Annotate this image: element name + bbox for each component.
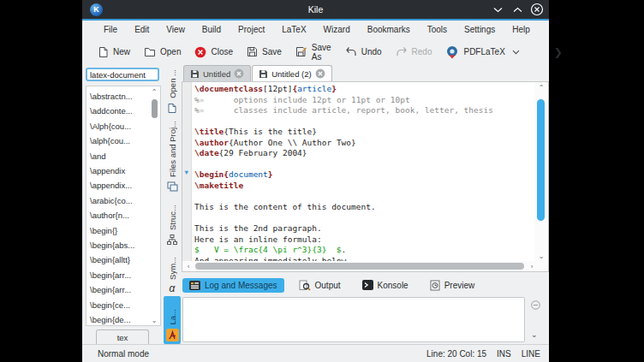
tab-save-icon [259,69,268,79]
code-line[interactable]: This is the content of this document. [194,202,534,213]
code-line[interactable]: \begin{document} [194,169,534,181]
save-button[interactable]: Save [247,46,282,57]
code-line[interactable] [194,191,534,202]
minimize-icon[interactable] [491,3,504,16]
scrollbar-thumb[interactable] [152,99,158,118]
menu-item-build[interactable]: Build [194,23,230,36]
output-icon [299,280,311,291]
close-button[interactable]: Close [194,46,233,58]
log-row: ⌄ [182,297,549,342]
code-line[interactable]: \title{This is the title} [194,127,534,138]
sidebar-tab-files-and-proj[interactable]: Files and Proj... [164,116,181,194]
code-line[interactable]: \author{Author One \\ Author Two} [194,138,534,149]
titlebar[interactable]: K Kile [82,0,549,19]
preview-icon [430,280,440,291]
scroll-right-icon[interactable]: › [528,262,536,270]
menu-item-bookmarks[interactable]: Bookmarks [359,23,419,36]
menu-item-latex[interactable]: LaTeX [273,23,314,36]
line-mode-label[interactable]: LINE [522,349,540,359]
menu-item-help[interactable]: Help [504,23,539,36]
code-line[interactable]: \date{29 February 2004} [194,148,534,159]
log-messages-panel[interactable] [182,297,525,342]
latex-command-list[interactable]: \abstractn...\addconte...\Alph{cou...\al… [86,86,161,326]
chevron-down-icon[interactable] [512,50,520,55]
main-area: \abstractn...\addconte...\Alph{cou...\al… [82,65,549,344]
code-line[interactable] [194,116,534,128]
new-button[interactable]: New [98,46,130,58]
document-tab-untitled-2[interactable]: Untitled (2) [252,65,331,81]
sidebar-tab-open[interactable]: Open ... [164,68,181,116]
maximize-icon[interactable] [510,3,524,16]
filetype-tab-tex[interactable]: tex [96,329,149,344]
scroll-down-icon[interactable]: ⌄ [150,316,158,324]
document-tab-untitled[interactable]: Untitled [183,65,251,81]
code-token: $ V = \frac{4 \pi r^3}{3} $ [194,245,342,254]
button-label: Save As [312,43,331,62]
toolview-tab-preview[interactable]: Preview [423,277,482,294]
editor-column: UntitledUntitled (2) ▼ \documentclass[12… [182,65,549,344]
latex-commands-panel: \abstractn...\addconte...\Alph{cou...\al… [82,65,163,344]
menu-item-view[interactable]: View [158,23,194,36]
menu-item-project[interactable]: Project [230,23,273,36]
editor-horizontal-scrollbar[interactable]: ‹ › [182,261,548,271]
sidebar-tab-struc[interactable]: Struc... [164,194,181,247]
menu-item-settings[interactable]: Settings [456,23,504,36]
cursor-position-label[interactable]: Line: 20 Col: 15 [426,349,486,359]
code-line[interactable]: %» options include 12pt or 11pt or 10pt [194,95,534,106]
code-token: \begin{ [194,169,229,179]
scroll-up-icon[interactable]: ⌃ [150,87,158,96]
code-token: article [297,84,331,93]
code-line[interactable]: \documentclass[12pt]{article} [194,84,534,95]
code-line[interactable] [194,159,534,170]
scroll-up-icon[interactable]: ⌃ [537,83,546,92]
code-line[interactable]: %» classes include article, report, book… [194,105,534,116]
code-token: classes include article, report, book, l… [204,105,492,115]
scrollbar-thumb[interactable] [537,99,545,221]
close-window-icon[interactable] [530,3,544,16]
toolbar-overflow-button[interactable]: ❯ [547,46,569,58]
scroll-down-icon[interactable]: ⌄ [537,252,546,260]
collapse-panel-icon[interactable] [531,300,540,310]
toolview-tabbar: Log and MessagesOutputKonsolePreview [182,276,549,294]
code-area[interactable]: \documentclass[12pt]{article}%» options … [192,82,534,261]
code-line[interactable]: $ V = \frac{4 \pi r^3}{3} $. [194,245,534,256]
toolview-tab-output[interactable]: Output [292,277,348,294]
toolview-tab-label: Log and Messages [205,281,277,290]
toolview-tab-konsole[interactable]: Konsole [355,277,415,293]
code-line[interactable]: This is the 2nd paragraph. [194,223,534,234]
code-token: This is the content of this document. [194,202,376,211]
undo-button[interactable]: Undo [345,46,382,57]
sidebar-tab-label: Open ... [168,69,177,98]
menu-item-edit[interactable]: Edit [126,23,158,36]
command-list-scrollbar[interactable]: ⌃ ⌄ [149,87,159,324]
save-as-button[interactable]: Save As [295,43,331,62]
tab-close-icon[interactable] [315,68,325,79]
window-title: Kile [82,4,549,15]
sidebar-tab-label: La... [168,309,177,325]
toolview-tab-log-and-messages[interactable]: Log and Messages [182,278,284,293]
fold-marker-icon[interactable]: ▼ [183,169,189,176]
insert-mode-label[interactable]: INS [497,349,511,359]
editor-vertical-scrollbar[interactable]: ⌃ ⌄ [534,82,548,261]
close-icon [194,46,206,58]
scroll-left-icon[interactable]: ‹ [184,262,193,270]
scrollbar-thumb[interactable] [195,263,524,270]
menu-item-file[interactable]: File [95,23,126,36]
sidebar-tab-la[interactable]: La... [164,296,181,344]
open-button[interactable]: Open [144,46,181,57]
code-line[interactable]: Here is an inline formula: [194,234,534,246]
code-line[interactable]: \maketitle [194,181,534,192]
pdflatex-button[interactable]: PDFLaTeX [445,45,519,59]
tab-close-icon[interactable] [234,68,244,79]
command-filter-input[interactable] [86,68,159,81]
redo-button[interactable]: Redo [396,46,432,57]
sidebar-tab-sym[interactable]: Sym...α [164,247,181,297]
sidebar-vertical-tabs: Open ...Files and Proj...Struc...Sym...α… [163,65,182,344]
menu-item-tools[interactable]: Tools [419,23,456,36]
chevron-down-icon[interactable]: ⌄ [531,330,538,339]
menu-item-wizard[interactable]: Wizard [315,23,359,36]
document-tab-label: Untitled (2) [271,69,311,79]
editor-icon-border[interactable]: ▼ [182,82,192,261]
code-line[interactable] [194,213,534,224]
sidebar-tab-label: Sym... [168,257,177,280]
